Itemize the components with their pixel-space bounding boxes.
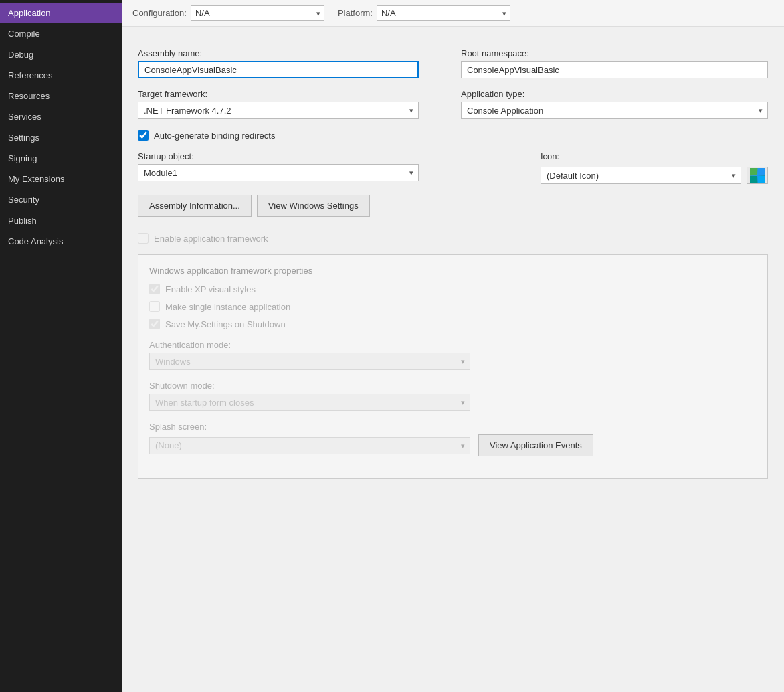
sidebar-item-label: Application bbox=[8, 8, 51, 18]
application-type-select-wrapper: Console Application bbox=[461, 102, 768, 119]
sidebar-item-services[interactable]: Services bbox=[0, 106, 122, 127]
application-type-label: Application type: bbox=[461, 89, 768, 99]
icon-select[interactable]: (Default Icon) bbox=[541, 167, 741, 184]
sidebar-item-label: Services bbox=[8, 112, 41, 122]
sidebar-item-label: Settings bbox=[8, 133, 39, 143]
sidebar-item-code-analysis[interactable]: Code Analysis bbox=[0, 231, 122, 252]
sidebar-item-my-extensions[interactable]: My Extensions bbox=[0, 169, 122, 189]
auth-mode-row: Authentication mode: Windows bbox=[149, 340, 757, 370]
sidebar-item-references[interactable]: References bbox=[0, 65, 122, 86]
sidebar-item-settings[interactable]: Settings bbox=[0, 127, 122, 148]
single-instance-label: Make single instance application bbox=[165, 302, 290, 312]
icon-group: Icon: (Default Icon) bbox=[541, 151, 768, 184]
sidebar-item-label: Signing bbox=[8, 153, 37, 163]
splash-screen-label: Splash screen: bbox=[149, 422, 757, 432]
sidebar-item-signing[interactable]: Signing bbox=[0, 148, 122, 169]
platform-select[interactable]: N/A bbox=[377, 5, 510, 21]
icon-label: Icon: bbox=[541, 151, 768, 161]
single-instance-checkbox[interactable] bbox=[149, 301, 160, 312]
configuration-select[interactable]: N/A bbox=[191, 5, 324, 21]
target-framework-select-wrapper: .NET Framework 4.7.2 bbox=[138, 102, 419, 119]
sidebar-item-publish[interactable]: Publish bbox=[0, 210, 122, 231]
application-type-select[interactable]: Console Application bbox=[461, 102, 768, 119]
assembly-namespace-row: Assembly name: Root namespace: bbox=[138, 48, 768, 78]
view-application-events-button[interactable]: View Application Events bbox=[478, 434, 593, 456]
framework-type-row: Target framework: .NET Framework 4.7.2 A… bbox=[138, 89, 768, 119]
sidebar-item-label: References bbox=[8, 70, 52, 80]
root-namespace-input[interactable] bbox=[461, 61, 768, 78]
icon-select-row: (Default Icon) bbox=[541, 167, 768, 184]
platform-group: Platform: N/A bbox=[338, 5, 510, 21]
auth-mode-select-wrapper: Windows bbox=[149, 353, 470, 370]
sidebar-item-label: Debug bbox=[8, 50, 33, 60]
assembly-name-group: Assembly name: bbox=[138, 48, 445, 78]
icon-preview-image bbox=[750, 168, 765, 183]
root-namespace-group: Root namespace: bbox=[461, 48, 768, 78]
splash-screen-select-wrapper: (None) bbox=[149, 437, 470, 454]
save-settings-checkbox[interactable] bbox=[149, 319, 160, 329]
shutdown-mode-select: When startup form closes bbox=[149, 394, 470, 411]
sidebar-item-label: Publish bbox=[8, 215, 37, 226]
auto-generate-label: Auto-generate binding redirects bbox=[154, 131, 275, 141]
splash-screen-row: Splash screen: (None) View Application E… bbox=[149, 422, 757, 456]
shutdown-mode-row: Shutdown mode: When startup form closes bbox=[149, 381, 757, 411]
xp-styles-row: Enable XP visual styles bbox=[149, 284, 757, 294]
auth-mode-select: Windows bbox=[149, 353, 470, 370]
single-instance-row: Make single instance application bbox=[149, 301, 757, 312]
auto-generate-row: Auto-generate binding redirects bbox=[138, 130, 768, 141]
auto-generate-checkbox[interactable] bbox=[138, 130, 149, 141]
assembly-name-input[interactable] bbox=[138, 61, 419, 78]
splash-screen-controls: (None) View Application Events bbox=[149, 434, 757, 456]
startup-object-label: Startup object: bbox=[138, 151, 530, 161]
sidebar-item-security[interactable]: Security bbox=[0, 189, 122, 210]
assembly-information-button[interactable]: Assembly Information... bbox=[138, 195, 252, 217]
application-type-group: Application type: Console Application bbox=[461, 89, 768, 119]
sidebar-item-debug[interactable]: Debug bbox=[0, 44, 122, 65]
target-framework-group: Target framework: .NET Framework 4.7.2 bbox=[138, 89, 445, 119]
startup-object-select-wrapper: Module1 bbox=[138, 164, 419, 181]
startup-object-select[interactable]: Module1 bbox=[138, 164, 419, 181]
xp-styles-label: Enable XP visual styles bbox=[165, 284, 256, 294]
main-panel: Configuration: N/A Platform: N/A Assembl… bbox=[122, 0, 784, 692]
startup-group: Startup object: Module1 bbox=[138, 151, 530, 181]
configuration-select-wrapper: N/A bbox=[191, 5, 324, 21]
sidebar-item-label: Security bbox=[8, 195, 39, 205]
content-area: Assembly name: Root namespace: Target fr… bbox=[122, 27, 784, 692]
sidebar-item-label: Resources bbox=[8, 91, 50, 101]
target-framework-label: Target framework: bbox=[138, 89, 445, 99]
framework-properties-box: Windows application framework properties… bbox=[138, 254, 768, 479]
save-settings-label: Save My.Settings on Shutdown bbox=[165, 319, 286, 329]
xp-styles-checkbox[interactable] bbox=[149, 284, 160, 294]
button-row: Assembly Information... View Windows Set… bbox=[138, 195, 768, 217]
sidebar-item-compile[interactable]: Compile bbox=[0, 23, 122, 44]
enable-framework-label: Enable application framework bbox=[154, 234, 268, 244]
top-bar: Configuration: N/A Platform: N/A bbox=[122, 0, 784, 27]
configuration-group: Configuration: N/A bbox=[132, 5, 324, 21]
sidebar-item-label: Compile bbox=[8, 29, 40, 39]
platform-label: Platform: bbox=[338, 8, 373, 18]
icon-preview-button[interactable] bbox=[747, 167, 768, 184]
enable-framework-checkbox[interactable] bbox=[138, 233, 149, 244]
auth-mode-label: Authentication mode: bbox=[149, 340, 757, 350]
assembly-name-label: Assembly name: bbox=[138, 48, 445, 58]
root-namespace-label: Root namespace: bbox=[461, 48, 768, 58]
shutdown-mode-label: Shutdown mode: bbox=[149, 381, 757, 391]
startup-icon-row: Startup object: Module1 Icon: (Default I… bbox=[138, 151, 768, 184]
sidebar-item-label: Code Analysis bbox=[8, 236, 63, 246]
sidebar-item-resources[interactable]: Resources bbox=[0, 86, 122, 106]
icon-select-wrapper: (Default Icon) bbox=[541, 167, 741, 184]
splash-screen-select: (None) bbox=[149, 437, 470, 454]
platform-select-wrapper: N/A bbox=[377, 5, 510, 21]
save-settings-row: Save My.Settings on Shutdown bbox=[149, 319, 757, 329]
enable-framework-row: Enable application framework bbox=[138, 233, 768, 244]
sidebar-item-application[interactable]: Application bbox=[0, 3, 122, 23]
sidebar-item-label: My Extensions bbox=[8, 174, 65, 184]
target-framework-select[interactable]: .NET Framework 4.7.2 bbox=[138, 102, 419, 119]
framework-properties-title: Windows application framework properties bbox=[149, 266, 757, 276]
configuration-label: Configuration: bbox=[132, 8, 187, 18]
sidebar: Application Compile Debug References Res… bbox=[0, 0, 122, 692]
view-windows-settings-button[interactable]: View Windows Settings bbox=[257, 195, 370, 217]
shutdown-mode-select-wrapper: When startup form closes bbox=[149, 394, 470, 411]
